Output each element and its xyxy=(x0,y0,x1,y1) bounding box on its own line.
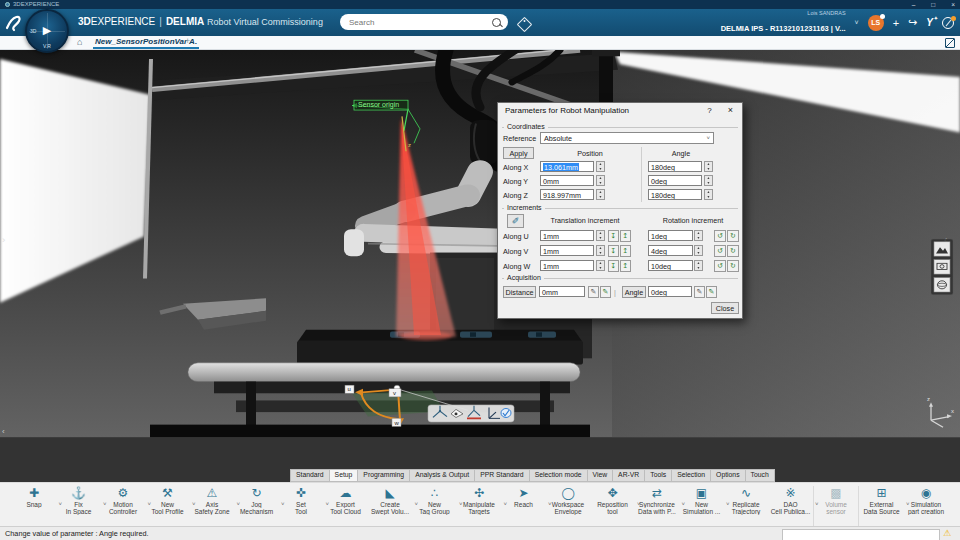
document-tab[interactable]: New_SensorPositionVar A. xyxy=(93,37,199,49)
maximize-button[interactable]: □ xyxy=(931,1,935,8)
apply-button[interactable]: Apply xyxy=(503,147,534,159)
rotate-u-cw-button[interactable]: ↻ xyxy=(727,230,739,242)
ribbon-item-reach[interactable]: ➤Reach˅ xyxy=(502,486,546,526)
ribbon-item-create-swept-volume[interactable]: ◣CreateSwept Volu...˅ xyxy=(368,486,412,526)
command-input[interactable] xyxy=(782,529,940,540)
3dexperience-compass[interactable]: ▶ 3D V.R xyxy=(25,9,69,53)
distance-pick-icon[interactable]: ✎ xyxy=(588,286,599,298)
spinner[interactable]: ▲▼ xyxy=(596,161,605,172)
distance-button[interactable]: Distance xyxy=(503,286,536,298)
robot-manipulation-dialog[interactable]: Parameters for Robot Manipulation ? × Co… xyxy=(497,102,743,319)
tab-programming[interactable]: Programming xyxy=(357,469,410,482)
along-v-translation-field[interactable]: 1mm xyxy=(540,245,594,256)
dialog-close-icon[interactable]: × xyxy=(724,103,737,118)
reference-dropdown[interactable]: Absolute˅ xyxy=(540,132,714,144)
ribbon-item-new-simulation[interactable]: ▣NewSimulation ...˅ xyxy=(680,486,724,526)
spinner[interactable]: ▲▼ xyxy=(596,189,605,200)
along-x-position-field[interactable]: 13.061mm xyxy=(540,161,594,172)
ribbon-item-simulation-part-creation[interactable]: ◉Simulationpart creation xyxy=(904,486,948,526)
ribbon-item-set-tool[interactable]: ✜SetTool˅ xyxy=(279,486,323,526)
translate-v-minus-button[interactable]: ↧ xyxy=(608,245,619,257)
snap-increment-button[interactable]: ✐ xyxy=(507,214,524,228)
distance-measure-icon[interactable]: ✎ xyxy=(600,286,611,298)
tab-options[interactable]: Options xyxy=(710,469,745,482)
ribbon-item-axis-safety-zone[interactable]: ⚠AxisSafety Zone˅ xyxy=(190,486,234,526)
angle-measure-icon[interactable]: ✎ xyxy=(706,286,717,298)
render-style-button[interactable] xyxy=(934,242,950,256)
tab-selection[interactable]: Selection xyxy=(671,469,711,482)
rotate-v-ccw-button[interactable]: ↺ xyxy=(714,245,726,257)
translate-v-plus-button[interactable]: ↥ xyxy=(620,245,631,257)
confirm-check-icon[interactable] xyxy=(501,409,511,418)
ribbon-item-new-tool-profile[interactable]: ⚒NewTool Profile˅ xyxy=(146,486,190,526)
play-icon[interactable]: ▶ xyxy=(43,24,51,37)
tab-selection-mode[interactable]: Selection mode xyxy=(529,469,588,482)
rotate-u-ccw-button[interactable]: ↺ xyxy=(714,230,726,242)
translate-w-minus-button[interactable]: ↧ xyxy=(608,260,619,272)
along-y-position-field[interactable]: 0mm xyxy=(540,175,594,186)
ribbon-item-workspace-envelope[interactable]: ◯WorkspaceEnvelope xyxy=(546,486,590,526)
share-button[interactable]: ↪ xyxy=(908,16,917,29)
ribbon-item-fix-in-space[interactable]: ⚓FixIn Space˅ xyxy=(57,486,101,526)
left-pane-chevron-icon[interactable]: › xyxy=(2,234,5,244)
spinner[interactable]: ▲▼ xyxy=(694,245,703,256)
along-v-rotation-field[interactable]: 4deg xyxy=(648,245,693,256)
context-toolbar[interactable] xyxy=(428,405,514,422)
tab-touch[interactable]: Touch xyxy=(745,469,775,482)
tab-analysis-output[interactable]: Analysis & Output xyxy=(409,469,475,482)
ribbon-item-export-tool-cloud[interactable]: ☁ExportTool Cloud xyxy=(324,486,368,526)
search-input[interactable] xyxy=(347,17,489,28)
translate-u-plus-button[interactable]: ↥ xyxy=(620,230,631,242)
3d-viewport[interactable]: Sensor origin z u v w xyxy=(0,50,960,482)
search-icon[interactable] xyxy=(492,18,501,27)
acquisition-angle-field[interactable]: 0deg xyxy=(648,286,692,297)
spinner[interactable]: ▲▼ xyxy=(704,175,713,186)
along-z-angle-field[interactable]: 180deg xyxy=(648,189,702,200)
close-button[interactable]: Close xyxy=(711,302,739,314)
rotate-w-cw-button[interactable]: ↻ xyxy=(727,260,739,272)
spinner[interactable]: ▲▼ xyxy=(704,161,713,172)
ribbon-item-motion-controller[interactable]: ⚙MotionController˅ xyxy=(101,486,145,526)
along-w-rotation-field[interactable]: 10deg xyxy=(648,260,693,271)
avatar[interactable]: LS xyxy=(868,15,884,31)
tab-standard[interactable]: Standard xyxy=(290,469,330,482)
minimize-button[interactable]: – xyxy=(912,1,916,8)
ribbon-item-new-tag-group[interactable]: ∴NewTag Group˅ xyxy=(413,486,457,526)
translate-w-plus-button[interactable]: ↥ xyxy=(620,260,631,272)
help-icon[interactable]: ? xyxy=(703,103,716,118)
spinner[interactable]: ▲▼ xyxy=(596,230,605,241)
assistant-button[interactable]: Y✦ xyxy=(926,17,933,28)
ribbon-item-synchronize-data[interactable]: ⇄SynchronizeData with P...˅ xyxy=(635,486,679,526)
warning-icon[interactable]: ⚠ xyxy=(943,527,951,540)
along-u-rotation-field[interactable]: 1deg xyxy=(648,230,693,241)
tag-icon[interactable] xyxy=(517,17,533,33)
translate-u-minus-button[interactable]: ↧ xyxy=(608,230,619,242)
spinner[interactable]: ▲▼ xyxy=(596,175,605,186)
view-tools-stack[interactable] xyxy=(931,239,953,295)
search-bar[interactable] xyxy=(340,14,508,30)
user-environment[interactable]: Lois SANDRAS DELMIA IPS - R1132101231163… xyxy=(721,11,846,34)
along-y-angle-field[interactable]: 0deg xyxy=(648,175,702,186)
compass-notifications-icon[interactable] xyxy=(942,17,954,29)
spinner[interactable]: ▲▼ xyxy=(596,245,605,256)
new-tab-button[interactable]: + xyxy=(185,36,190,46)
spinner[interactable]: ▲▼ xyxy=(596,260,605,271)
rotate-w-ccw-button[interactable]: ↺ xyxy=(714,260,726,272)
rotate-v-cw-button[interactable]: ↻ xyxy=(727,245,739,257)
along-u-translation-field[interactable]: 1mm xyxy=(540,230,594,241)
expand-icon[interactable] xyxy=(945,38,955,48)
distance-field[interactable]: 0mm xyxy=(539,286,585,297)
along-x-angle-field[interactable]: 180deg xyxy=(648,161,702,172)
add-content-button[interactable]: + xyxy=(893,17,899,29)
chevron-down-icon[interactable]: ˅ xyxy=(855,19,859,26)
tab-setup[interactable]: Setup xyxy=(329,469,359,482)
ribbon-item-jog-mechanism[interactable]: ↻JogMechanism˅ xyxy=(235,486,279,526)
globe-view-button[interactable] xyxy=(934,278,950,292)
ribbon-item-dao-cell-publication[interactable]: ※DAOCell Publica...˅ xyxy=(769,486,813,526)
ribbon-item-reposition-tool[interactable]: ✥Repositiontool˅ xyxy=(591,486,635,526)
camera-view-button[interactable] xyxy=(934,260,950,274)
tab-ppr-standard[interactable]: PPR Standard xyxy=(474,469,529,482)
ribbon-item-snap[interactable]: ✚Snap˅ xyxy=(12,486,56,526)
tab-view[interactable]: View xyxy=(587,469,614,482)
ribbon-item-replicate-trajectory[interactable]: ∿ReplicateTrajectory xyxy=(724,486,768,526)
